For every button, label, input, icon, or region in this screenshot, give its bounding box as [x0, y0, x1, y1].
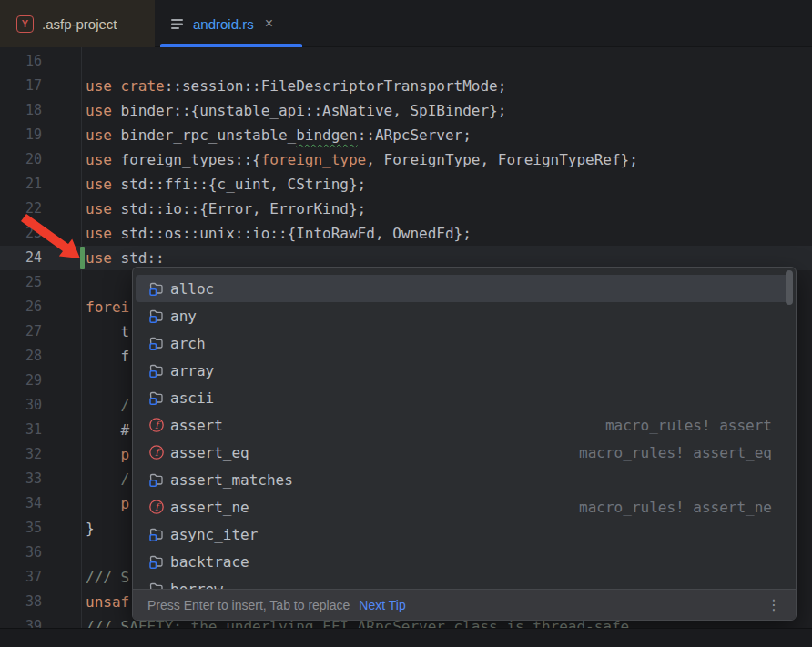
line-number[interactable]: 36 [25, 541, 42, 565]
completion-item-array[interactable]: array [136, 357, 793, 384]
completion-item-backtrace[interactable]: backtrace [136, 548, 793, 575]
svg-text:f: f [155, 447, 161, 459]
macro-icon: f [148, 417, 165, 433]
line-number[interactable]: 27 [25, 319, 42, 344]
code-text: forei [86, 295, 129, 319]
code-line-16[interactable]: 16 [0, 49, 812, 74]
completion-item-alloc[interactable]: alloc [136, 275, 793, 302]
code-text: use std::ffi::{c_uint, CString}; [86, 172, 366, 197]
module-icon [148, 362, 165, 379]
code-line-18[interactable]: 18use binder::{unstable_api::AsNative, S… [0, 98, 812, 123]
completion-item-label: assert_eq [170, 444, 249, 461]
line-number[interactable]: 33 [25, 467, 42, 491]
tab-label-android-rs: android.rs [193, 16, 254, 32]
macro-icon: f [148, 444, 165, 460]
line-number[interactable]: 30 [25, 393, 42, 418]
line-number[interactable]: 37 [25, 565, 42, 590]
code-text: / [86, 393, 129, 418]
code-text: /// S [86, 565, 129, 590]
code-line-17[interactable]: 17use crate::session::FileDescriptorTran… [0, 74, 812, 98]
module-icon [148, 389, 165, 406]
line-number[interactable]: 24 [25, 246, 42, 270]
line-number[interactable]: 23 [25, 221, 42, 246]
code-text: use foreign_types::{foreign_type, Foreig… [86, 147, 638, 172]
completion-item-label: async_iter [170, 526, 258, 543]
completion-item-assert_eq[interactable]: fassert_eqmacro_rules! assert_eq [136, 439, 793, 466]
completion-item-label: assert [170, 417, 223, 434]
completion-item-assert_ne[interactable]: fassert_nemacro_rules! assert_ne [136, 493, 793, 521]
completion-item-label: assert_matches [170, 471, 293, 489]
code-line-20[interactable]: 20use foreign_types::{foreign_type, Fore… [0, 147, 812, 172]
line-number[interactable]: 22 [25, 197, 42, 221]
tab-android-rs[interactable]: android.rs × [155, 0, 304, 47]
completion-item-async_iter[interactable]: async_iter [136, 521, 793, 548]
line-number[interactable]: 32 [25, 442, 42, 467]
code-line-23[interactable]: 23use std::os::unix::io::{IntoRawFd, Own… [0, 221, 812, 246]
module-icon [148, 280, 165, 297]
code-text: use crate::session::FileDescriptorTransp… [86, 74, 506, 98]
line-number[interactable]: 35 [25, 516, 42, 541]
line-number[interactable]: 20 [25, 147, 42, 172]
line-number[interactable]: 31 [25, 418, 42, 442]
editor-tab-bar: Y .asfp-project android.rs × [0, 0, 812, 47]
ide-window: Y .asfp-project android.rs × 1617use cra… [0, 0, 812, 647]
completion-item-hint: macro_rules! assert_eq [579, 444, 793, 461]
code-text: f [86, 344, 129, 369]
code-line-21[interactable]: 21use std::ffi::{c_uint, CString}; [0, 172, 812, 197]
completion-item-assert[interactable]: fassertmacro_rules! assert [136, 411, 793, 439]
code-text: p [86, 491, 129, 516]
line-number[interactable]: 38 [25, 590, 42, 614]
line-number[interactable]: 19 [25, 123, 42, 147]
code-text: use std::io::{Error, ErrorKind}; [86, 197, 366, 221]
line-number[interactable]: 18 [25, 98, 42, 123]
svg-text:f: f [155, 501, 161, 513]
completion-item-any[interactable]: any [136, 302, 793, 329]
next-tip-link[interactable]: Next Tip [359, 598, 405, 612]
code-text: # [86, 418, 129, 442]
completion-item-label: array [170, 362, 214, 379]
completion-item-label: arch [170, 335, 206, 352]
popup-scrollbar[interactable] [786, 270, 793, 305]
line-number[interactable]: 39 [25, 614, 42, 629]
line-number[interactable]: 25 [25, 270, 42, 295]
line-number[interactable]: 26 [25, 295, 42, 319]
code-text: p [86, 442, 129, 467]
more-options-icon[interactable]: ⋮ [766, 596, 781, 613]
code-text: t [86, 319, 129, 344]
line-number[interactable]: 21 [25, 172, 42, 197]
tab-asfp-project[interactable]: Y .asfp-project [0, 0, 155, 47]
tab-label-asfp-project: .asfp-project [42, 16, 117, 32]
popup-footer-hint: Press Enter to insert, Tab to replace [147, 598, 350, 612]
module-icon [148, 308, 165, 324]
module-icon [148, 553, 165, 570]
macro-icon: f [148, 499, 165, 515]
completion-item-ascii[interactable]: ascii [136, 384, 793, 411]
code-text: use std::os::unix::io::{IntoRawFd, Owned… [86, 221, 472, 246]
line-number[interactable]: 29 [25, 369, 42, 393]
line-number[interactable]: 17 [25, 74, 42, 98]
code-line-19[interactable]: 19use binder_rpc_unstable_bindgen::ARpcS… [0, 123, 812, 147]
code-text: unsaf [86, 590, 129, 614]
completion-item-label: any [170, 308, 197, 325]
vcs-change-marker [80, 247, 85, 269]
rust-file-icon [169, 15, 186, 32]
code-line-22[interactable]: 22use std::io::{Error, ErrorKind}; [0, 197, 812, 221]
line-number[interactable]: 28 [25, 344, 42, 369]
line-number[interactable]: 34 [25, 491, 42, 516]
code-text: use binder_rpc_unstable_bindgen::ARpcSer… [86, 123, 472, 147]
module-icon [148, 526, 165, 542]
completion-item-label: alloc [170, 280, 214, 298]
module-icon [148, 471, 165, 488]
yaml-file-icon: Y [16, 15, 34, 33]
close-tab-icon[interactable]: × [265, 16, 273, 31]
module-icon [148, 335, 165, 351]
completion-popup: allocanyarcharrayasciifassertmacro_rules… [132, 267, 797, 621]
completion-item-hint: macro_rules! assert_ne [579, 499, 793, 516]
line-number[interactable]: 16 [25, 49, 42, 74]
completion-item-assert_matches[interactable]: assert_matches [136, 466, 793, 493]
completion-item-hint: macro_rules! assert [605, 417, 793, 434]
code-text: / [86, 467, 129, 491]
completion-item-arch[interactable]: arch [136, 329, 793, 357]
completion-item-label: backtrace [170, 553, 249, 571]
completion-item-label: ascii [170, 389, 214, 407]
